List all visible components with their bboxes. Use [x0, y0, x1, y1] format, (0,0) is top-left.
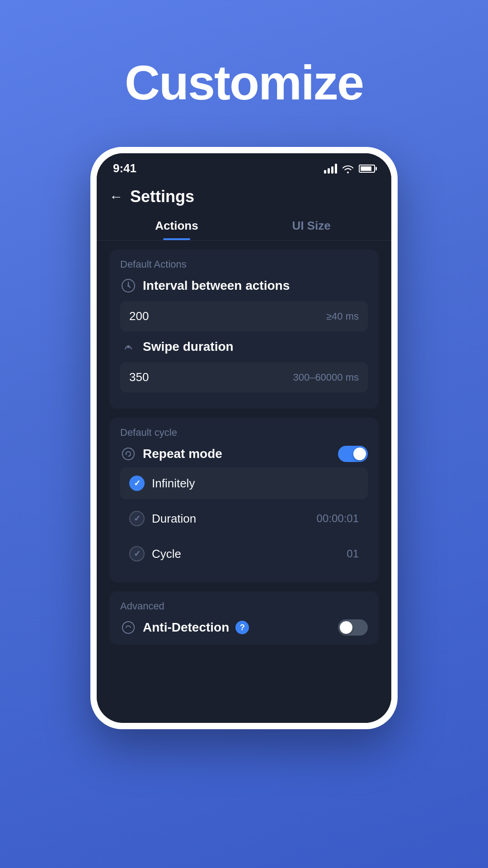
interval-value: 200 — [129, 309, 149, 323]
interval-row: Interval between actions — [120, 278, 368, 294]
tabs-bar: Actions UI Size — [97, 211, 391, 241]
page-title: Customize — [125, 54, 363, 111]
anti-detection-help-icon[interactable]: ? — [235, 621, 249, 634]
swipe-hint: 300–60000 ms — [293, 372, 359, 383]
tab-actions[interactable]: Actions — [109, 211, 244, 240]
status-bar: 9:41 — [97, 153, 391, 180]
duration-label: Duration — [152, 512, 196, 526]
app-header: ← Settings — [97, 180, 391, 211]
status-time: 9:41 — [113, 161, 136, 175]
swipe-value: 350 — [129, 370, 149, 384]
default-actions-label: Default Actions — [120, 259, 368, 270]
anti-detection-toggle[interactable] — [338, 619, 368, 636]
options-list: ✓ Infinitely ✓ Duration 00:00:01 — [120, 467, 368, 570]
swipe-input[interactable]: 350 300–60000 ms — [120, 362, 368, 392]
tab-ui-size[interactable]: UI Size — [244, 211, 379, 240]
anti-detection-label: Anti-Detection — [143, 620, 229, 635]
interval-icon — [120, 278, 136, 294]
swipe-icon — [120, 339, 136, 355]
wifi-icon — [342, 164, 354, 174]
scroll-content: Default Actions Interval between actions… — [97, 241, 391, 723]
advanced-section: Advanced Anti-Detection ? — [109, 591, 379, 645]
infinitely-check: ✓ — [129, 476, 145, 491]
app-title: Settings — [130, 187, 194, 206]
default-cycle-section: Default cycle Repeat mode — [109, 418, 379, 582]
cycle-label: Cycle — [152, 547, 181, 561]
signal-icon — [324, 164, 337, 174]
option-infinitely[interactable]: ✓ Infinitely — [120, 467, 368, 499]
cycle-value: 01 — [347, 547, 359, 560]
interval-label: Interval between actions — [143, 278, 290, 293]
repeat-icon — [120, 446, 136, 462]
svg-point-2 — [122, 448, 134, 460]
repeat-mode-row: Repeat mode — [120, 446, 368, 462]
duration-value: 00:00:01 — [317, 512, 359, 525]
svg-point-3 — [122, 622, 134, 633]
anti-detection-row: Anti-Detection ? — [120, 619, 368, 636]
battery-icon — [359, 165, 375, 173]
status-icons — [324, 164, 375, 174]
svg-point-1 — [127, 285, 129, 287]
infinitely-label: Infinitely — [152, 476, 195, 491]
anti-detection-icon — [120, 619, 136, 636]
swipe-label: Swipe duration — [143, 340, 234, 354]
default-cycle-label: Default cycle — [120, 427, 368, 439]
swipe-row: Swipe duration — [120, 339, 368, 355]
duration-check: ✓ — [129, 511, 145, 526]
default-actions-section: Default Actions Interval between actions… — [109, 250, 379, 409]
phone-mockup: 9:41 — [90, 147, 398, 729]
repeat-mode-label: Repeat mode — [143, 447, 222, 461]
phone-screen: 9:41 — [97, 153, 391, 723]
interval-hint: ≥40 ms — [326, 311, 359, 322]
option-cycle[interactable]: ✓ Cycle 01 — [120, 538, 368, 570]
repeat-mode-toggle[interactable] — [338, 446, 368, 462]
back-button[interactable]: ← — [109, 189, 123, 204]
cycle-check: ✓ — [129, 546, 145, 561]
advanced-label: Advanced — [120, 600, 368, 612]
option-duration[interactable]: ✓ Duration 00:00:01 — [120, 503, 368, 534]
interval-input[interactable]: 200 ≥40 ms — [120, 301, 368, 331]
